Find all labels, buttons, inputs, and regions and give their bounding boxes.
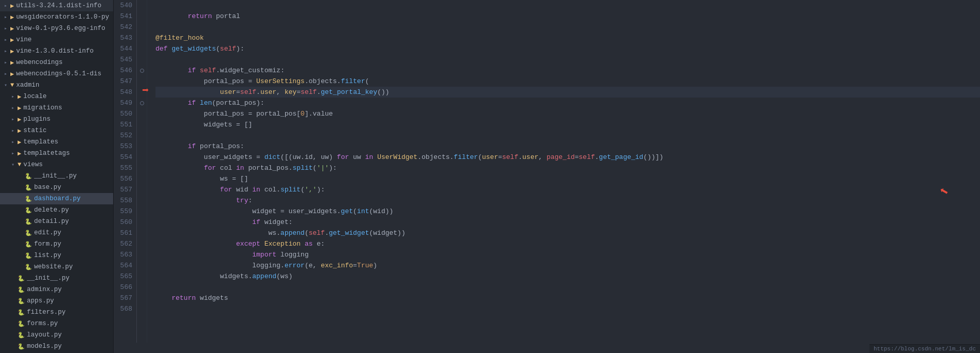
line-num: 555 xyxy=(116,163,132,173)
sidebar-item-label: dashboard.py xyxy=(34,195,81,202)
sidebar-item-label: website.py xyxy=(34,263,73,270)
sidebar-item-migrations[interactable]: ▶ migrations xyxy=(0,102,113,114)
file-icon: 🐍 xyxy=(25,196,32,202)
sidebar-item-label: webencodings xyxy=(16,59,63,66)
sidebar-item-webencodings[interactable]: ▶ webencodings xyxy=(0,57,113,68)
file-tree: ▶ utils-3.24.1.dist-info ▶ uwsgidecorato… xyxy=(0,0,114,353)
sidebar-item-label: layout.py xyxy=(27,331,62,339)
folder-icon: ▶ xyxy=(10,2,14,10)
line-num: 545 xyxy=(116,54,132,65)
code-editor: 540 541 542 543 544 545 546 547 548 549 … xyxy=(114,0,980,353)
file-icon: 🐍 xyxy=(25,184,32,191)
sidebar-item-webencodings051[interactable]: ▶ webencodings-0.5.1-dis xyxy=(0,68,113,79)
code-line-546: if self.widget_customiz: xyxy=(155,65,980,76)
sidebar-item-label: models.py xyxy=(27,343,62,350)
sidebar-item-label: base.py xyxy=(34,184,61,191)
line-num: 561 xyxy=(116,228,132,238)
line-num: 546 xyxy=(116,65,132,76)
sidebar-item-label: edit.py xyxy=(34,229,61,236)
code-line-555: for col in portal_pos.split('|'): xyxy=(155,163,980,173)
arrow-icon xyxy=(11,139,18,145)
code-line-558: try: xyxy=(155,195,980,206)
folder-icon: ▶ xyxy=(18,127,21,135)
code-line-550: portal_pos = portal_pos[0].value xyxy=(155,108,980,119)
sidebar-item-label: adminx.py xyxy=(27,286,62,293)
code-line-542 xyxy=(155,22,980,33)
code-line-562: except Exception as e: xyxy=(155,238,980,249)
sidebar-item-label: vine-1.3.0.dist-info xyxy=(16,47,94,55)
line-num: 558 xyxy=(116,195,132,206)
sidebar-item-init-xadmin[interactable]: 🐍 __init__.py xyxy=(0,272,113,284)
code-line-548: user=self.user, key=self.get_portal_key(… xyxy=(155,87,980,98)
arrow-icon xyxy=(11,105,18,111)
line-num: 563 xyxy=(116,249,132,260)
code-line-560: if widget: xyxy=(155,217,980,228)
sidebar-item-layout[interactable]: 🐍 layout.py xyxy=(0,329,113,341)
sidebar-item-uwsgi[interactable]: ▶ uwsgidecorators-1.1.0-py xyxy=(0,11,113,23)
sidebar-item-base[interactable]: 🐍 base.py xyxy=(0,182,113,193)
sidebar-item-templates[interactable]: ▶ templates xyxy=(0,136,113,148)
code-content: 540 541 542 543 544 545 546 547 548 549 … xyxy=(114,0,980,353)
sidebar-item-label: plugins xyxy=(23,116,51,123)
line-num: 556 xyxy=(116,173,132,184)
code-line-566 xyxy=(155,282,980,293)
sidebar-item-models[interactable]: 🐍 models.py xyxy=(0,341,113,352)
line-num: 562 xyxy=(116,238,132,249)
sidebar-item-locale[interactable]: ▶ locale xyxy=(0,91,113,102)
line-num: 549 xyxy=(116,98,132,108)
line-num: 542 xyxy=(116,22,132,33)
sidebar-item-filters[interactable]: 🐍 filters.py xyxy=(0,307,113,318)
line-num: 544 xyxy=(116,43,132,54)
sidebar-item-label: locale xyxy=(23,93,46,100)
sidebar-item-xadmin[interactable]: ▼ xadmin xyxy=(0,79,113,91)
sidebar-item-adminx[interactable]: 🐍 adminx.py xyxy=(0,284,113,295)
sidebar-item-views[interactable]: ▼ views xyxy=(0,159,113,170)
sidebar-item-forms[interactable]: 🐍 forms.py xyxy=(0,318,113,329)
editor-gutter xyxy=(137,0,147,343)
sidebar-item-label: filters.py xyxy=(27,309,66,316)
sidebar-item-vine130[interactable]: ▶ vine-1.3.0.dist-info xyxy=(0,45,113,57)
arrow-icon xyxy=(4,14,10,20)
folder-icon: ▶ xyxy=(18,104,21,112)
file-icon: 🐍 xyxy=(18,309,25,316)
file-icon: 🐍 xyxy=(25,207,32,214)
sidebar-item-utils[interactable]: ▶ utils-3.24.1.dist-info xyxy=(0,0,113,11)
status-bar: https://blog.csdn.net/lm_is_dc xyxy=(869,344,980,353)
arrow-icon xyxy=(4,71,10,77)
code-line-565: widgets.append(ws) xyxy=(155,271,980,282)
sidebar-item-detail[interactable]: 🐍 detail.py xyxy=(0,216,113,227)
sidebar-item-apps[interactable]: 🐍 apps.py xyxy=(0,295,113,307)
code-line-568 xyxy=(155,303,980,314)
code-line-567: return widgets xyxy=(155,293,980,303)
arrow-icon xyxy=(11,150,18,156)
sidebar-item-init-views[interactable]: 🐍 __init__.py xyxy=(0,170,113,182)
sidebar-item-delete[interactable]: 🐍 delete.py xyxy=(0,204,113,216)
sidebar-item-website[interactable]: 🐍 website.py xyxy=(0,261,113,272)
sidebar-item-dashboard[interactable]: 🐍 dashboard.py xyxy=(0,193,113,204)
code-lines[interactable]: ➡ ➡ return portal @filter_hook def get_w… xyxy=(147,0,980,343)
sidebar-item-plugins[interactable]: ▶ plugins xyxy=(0,114,113,125)
sidebar-item-label: templatetags xyxy=(23,150,70,157)
sidebar-item-static[interactable]: ▶ static xyxy=(0,125,113,136)
file-icon: 🐍 xyxy=(25,218,32,225)
folder-icon: ▼ xyxy=(10,82,14,89)
sidebar-item-vine[interactable]: ▶ vine xyxy=(0,34,113,45)
sidebar-item-label: views xyxy=(23,161,43,168)
folder-icon: ▶ xyxy=(10,47,14,55)
line-num: 543 xyxy=(116,33,132,43)
code-line-563: import logging xyxy=(155,249,980,260)
code-line-553: if portal_pos: xyxy=(155,141,980,152)
code-line-564: logging.error(e, exc_info=True) xyxy=(155,260,980,271)
code-line-547: portal_pos = UserSettings.objects.filter… xyxy=(155,76,980,87)
sidebar-item-templatetags[interactable]: ▶ templatetags xyxy=(0,148,113,159)
sidebar-item-form[interactable]: 🐍 form.py xyxy=(0,238,113,250)
sidebar-item-view[interactable]: ▶ view-0.1-py3.6.egg-info xyxy=(0,23,113,34)
sidebar-item-edit[interactable]: 🐍 edit.py xyxy=(0,227,113,238)
sidebar-item-label: view-0.1-py3.6.egg-info xyxy=(16,25,105,32)
code-line-556: ws = [] xyxy=(155,173,980,184)
sidebar-item-list[interactable]: 🐍 list.py xyxy=(0,250,113,261)
code-line-545 xyxy=(155,54,980,65)
line-num: 553 xyxy=(116,141,132,152)
line-numbers: 540 541 542 543 544 545 546 547 548 549 … xyxy=(114,0,137,343)
code-line-549: if len(portal_pos): xyxy=(155,98,980,108)
